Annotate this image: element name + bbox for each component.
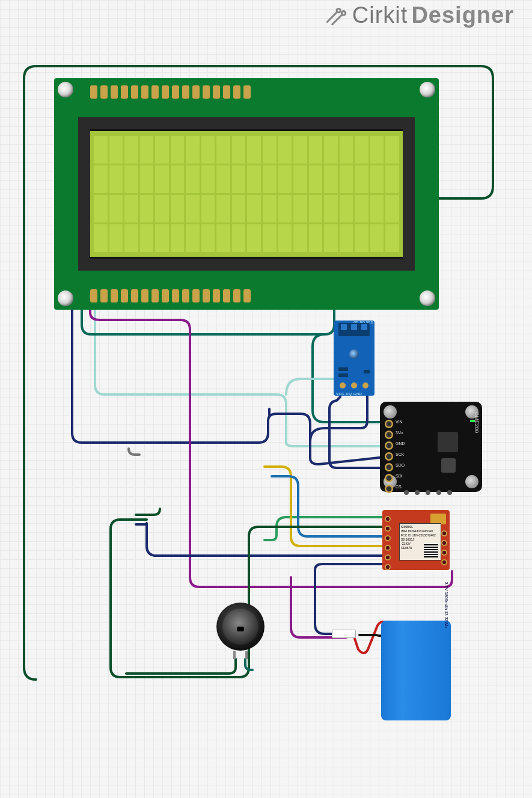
sim-chip-line: SIM800L (401, 525, 439, 529)
app-logo: Cirkit Designer (323, 2, 514, 28)
smd-icon (364, 370, 370, 373)
smd-icon (338, 373, 348, 377)
screw-icon (420, 290, 435, 306)
temp-pads (340, 382, 368, 388)
bme-pin-label: SDO (396, 463, 405, 467)
wire-sim-net (264, 517, 385, 540)
wire-grey-stub (129, 449, 139, 455)
wire-batt-to-sim-navy (315, 564, 385, 634)
lcd-20x4[interactable] (54, 78, 439, 310)
ds18b20-module[interactable]: GD DQ VDD VCC DQ GND (334, 321, 375, 396)
screw-icon (420, 82, 435, 97)
bme-pin-label: SCK (396, 452, 404, 456)
lcd-pins-top (90, 85, 251, 99)
sim-chip-line: S2-1065J (401, 538, 439, 542)
wire-sim-vcc (111, 520, 385, 677)
temp-bottom-labels: VCC DQ GND (336, 392, 362, 396)
wire-buzzer-neg (245, 659, 252, 670)
lcd-pins-bottom (90, 289, 251, 302)
battery-label: 3.7V 1800mAh 13.32Wh (444, 582, 448, 628)
jst-connector[interactable] (332, 630, 356, 638)
wire-sim-rxd (264, 467, 385, 546)
logo-text-thin: Cirkit (352, 2, 408, 28)
screw-icon (384, 405, 397, 419)
wire-sim-rst (272, 476, 385, 536)
bme-pin-label: 3Vo (396, 431, 403, 435)
wire-navy-temp-gnd (310, 394, 367, 441)
sim-chip-line: FCC ID UDV-2013072402 (401, 533, 439, 538)
svg-point-1 (341, 11, 345, 14)
qr-icon (424, 543, 438, 557)
stemma-connector (404, 490, 452, 495)
wire-buzzer-pos (126, 659, 236, 674)
screw-icon (58, 290, 73, 306)
sim-chip: SIM800L IMEI 862643031465390 FCC ID UDV-… (399, 523, 441, 560)
bme-title: BME280 (474, 412, 480, 433)
chip-icon (441, 458, 456, 473)
lcd-bezel (78, 117, 415, 271)
bme-pin-label: SDI (396, 474, 403, 478)
sim-chip-line: IMEI 862643031465390 (401, 529, 439, 533)
logo-text-bold: Designer (411, 2, 514, 28)
wire-batt-to-sim-purple (291, 577, 346, 637)
bme-pin-label: CS (396, 485, 402, 489)
circuit-canvas[interactable]: Cirkit Designer (0, 0, 532, 798)
sim800l-module[interactable]: SIM800L IMEI 862643031465390 FCC ID UDV-… (382, 510, 450, 570)
wire-navy-bme-sck (72, 414, 385, 464)
piezo-buzzer[interactable] (216, 603, 264, 651)
bme-pin-label: VIN (396, 420, 403, 424)
logo-icon (323, 3, 349, 28)
chip-icon (438, 432, 458, 452)
temp-sensor-icon (349, 349, 359, 359)
sim-left-pins (385, 516, 391, 570)
bme-pin-label: GND (396, 441, 405, 446)
svg-point-0 (337, 8, 340, 12)
wire-sim-txd (147, 523, 385, 556)
temp-terminal-block (338, 323, 370, 336)
wire-navy-bme-sdi (329, 397, 385, 468)
screw-icon (58, 82, 73, 97)
lipo-battery[interactable]: 3.7V 1800mAh 13.32Wh (381, 621, 451, 720)
smd-icon (338, 367, 348, 371)
bme-pins (385, 420, 393, 493)
screw-icon (465, 475, 478, 488)
bme280-breakout[interactable]: BME280 VIN3VoGNDSCKSDOSDICS (380, 402, 482, 492)
sim-right-pins (441, 530, 447, 565)
buzzer-pins (233, 651, 248, 659)
wire-left-green-stub (136, 509, 160, 515)
lcd-screen (90, 129, 403, 259)
